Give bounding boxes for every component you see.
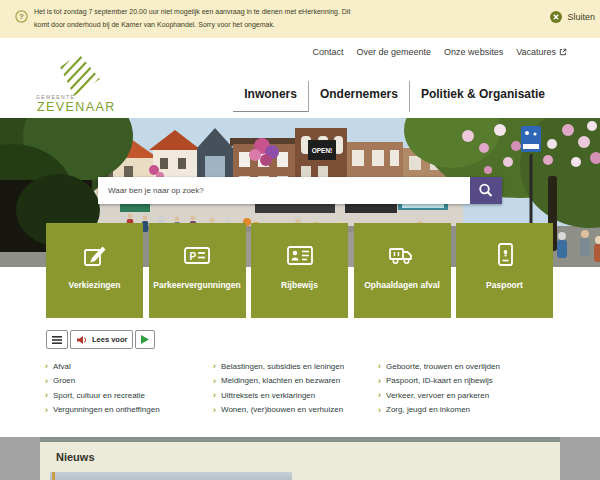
quicklinks-column-2: ›Belastingen, subsidies en leningen ›Mel… xyxy=(213,359,378,417)
ballot-pencil-icon xyxy=(81,240,109,270)
quicklink-geboorte[interactable]: ›Geboorte, trouwen en overlijden xyxy=(378,359,558,374)
quicklinks-column-1: ›Afval ›Groen ›Sport, cultuur en recreat… xyxy=(45,359,213,417)
quicklink-groen[interactable]: ›Groen xyxy=(45,374,213,389)
tile-paspoort[interactable]: Paspoort xyxy=(456,223,553,318)
service-tiles: Verkiezingen P Parkeervergunningen xyxy=(46,223,553,318)
close-icon xyxy=(550,11,562,23)
readspeaker-label: Lees voor xyxy=(92,335,127,344)
top-links: Contact Over de gemeente Onze websites V… xyxy=(313,47,567,57)
chevron-right-icon: › xyxy=(378,405,381,415)
chevron-right-icon: › xyxy=(378,390,381,400)
search-icon xyxy=(478,183,494,199)
question-circle-icon: ? xyxy=(15,10,28,23)
speaker-icon xyxy=(76,335,88,345)
news-band: Nieuws xyxy=(0,437,600,480)
quicklink-verkeer[interactable]: ›Verkeer, vervoer en parkeren xyxy=(378,388,558,403)
banner-close-label: Sluiten xyxy=(567,12,595,22)
chevron-right-icon: › xyxy=(378,361,381,371)
top-link-onze-websites[interactable]: Onze websites xyxy=(444,47,503,57)
nav-tab-politiek-organisatie[interactable]: Politiek & Organisatie xyxy=(410,80,556,112)
chevron-right-icon: › xyxy=(45,390,48,400)
chevron-right-icon: › xyxy=(45,405,48,415)
quicklink-uittreksels[interactable]: ›Uittreksels en verklaringen xyxy=(213,388,378,403)
top-link-contact[interactable]: Contact xyxy=(313,47,344,57)
chevron-right-icon: › xyxy=(213,390,216,400)
top-link-over-de-gemeente[interactable]: Over de gemeente xyxy=(357,47,432,57)
zevenaar-logo-icon xyxy=(54,54,102,96)
news-section-title: Nieuws xyxy=(56,451,95,463)
external-link-icon xyxy=(559,48,567,56)
passport-icon xyxy=(491,240,519,270)
main-nav: Inwoners Ondernemers Politiek & Organisa… xyxy=(233,80,556,112)
news-article-image[interactable] xyxy=(50,472,292,480)
tile-ophaaldagen-afval[interactable]: Ophaaldagen afval xyxy=(354,223,451,318)
search-button[interactable] xyxy=(470,177,502,204)
svg-text:P: P xyxy=(190,251,197,262)
svg-text:OPEN!: OPEN! xyxy=(312,147,333,154)
id-card-icon xyxy=(286,240,314,270)
nav-tab-inwoners[interactable]: Inwoners xyxy=(233,80,308,112)
quicklink-afval[interactable]: ›Afval xyxy=(45,359,213,374)
banner-message: Het is tot zondag 7 september 20.00 uur … xyxy=(34,6,366,31)
garbage-truck-icon xyxy=(388,240,416,270)
hamburger-menu-icon xyxy=(52,336,62,344)
quicklinks-column-3: ›Geboorte, trouwen en overlijden ›Paspoo… xyxy=(378,359,558,417)
parking-card-icon: P xyxy=(183,240,211,270)
news-image-detail xyxy=(52,472,55,480)
readspeaker-play-button[interactable] xyxy=(135,330,155,349)
quicklink-meldingen[interactable]: ›Meldingen, klachten en bezwaren xyxy=(213,374,378,389)
tile-parkeervergunningen[interactable]: P Parkeervergunningen xyxy=(149,223,246,318)
quicklink-paspoort-id[interactable]: ›Paspoort, ID-kaart en rijbewijs xyxy=(378,374,558,389)
chevron-right-icon: › xyxy=(45,376,48,386)
banner-close-button[interactable]: Sluiten xyxy=(550,11,595,23)
nav-tab-ondernemers[interactable]: Ondernemers xyxy=(309,80,409,112)
quicklink-wonen[interactable]: ›Wonen, (ver)bouwen en verhuizen xyxy=(213,403,378,418)
chevron-right-icon: › xyxy=(45,361,48,371)
quicklink-zorg[interactable]: ›Zorg, jeugd en inkomen xyxy=(378,403,558,418)
play-icon xyxy=(141,335,149,344)
tile-rijbewijs[interactable]: Rijbewijs xyxy=(251,223,348,318)
quicklink-vergunningen[interactable]: ›Vergunningen en ontheffingen xyxy=(45,403,213,418)
notification-banner: ? Het is tot zondag 7 september 20.00 uu… xyxy=(0,0,600,38)
logo-text-zevenaar: ZEVENAAR xyxy=(37,100,116,114)
chevron-right-icon: › xyxy=(213,361,216,371)
quicklinks: ›Afval ›Groen ›Sport, cultuur en recreat… xyxy=(45,359,558,417)
chevron-right-icon: › xyxy=(378,376,381,386)
search-input[interactable] xyxy=(98,177,470,204)
quicklink-belastingen[interactable]: ›Belastingen, subsidies en leningen xyxy=(213,359,378,374)
search-bar xyxy=(98,177,502,204)
site-logo[interactable]: GEMEENTE ZEVENAAR xyxy=(36,54,126,114)
readspeaker-listen-button[interactable]: Lees voor xyxy=(70,330,133,349)
quicklink-sport-cultuur[interactable]: ›Sport, cultuur en recreatie xyxy=(45,388,213,403)
header: GEMEENTE ZEVENAAR Contact Over de gemeen… xyxy=(0,38,600,118)
svg-text:?: ? xyxy=(19,12,24,21)
chevron-right-icon: › xyxy=(213,376,216,386)
news-panel: Nieuws xyxy=(40,437,560,480)
chevron-right-icon: › xyxy=(213,405,216,415)
tile-verkiezingen[interactable]: Verkiezingen xyxy=(46,223,143,318)
readspeaker-widget: Lees voor xyxy=(46,330,155,349)
top-link-vacatures[interactable]: Vacatures xyxy=(516,47,567,57)
readspeaker-menu-button[interactable] xyxy=(46,330,68,349)
page: ? Het is tot zondag 7 september 20.00 uu… xyxy=(0,0,600,480)
